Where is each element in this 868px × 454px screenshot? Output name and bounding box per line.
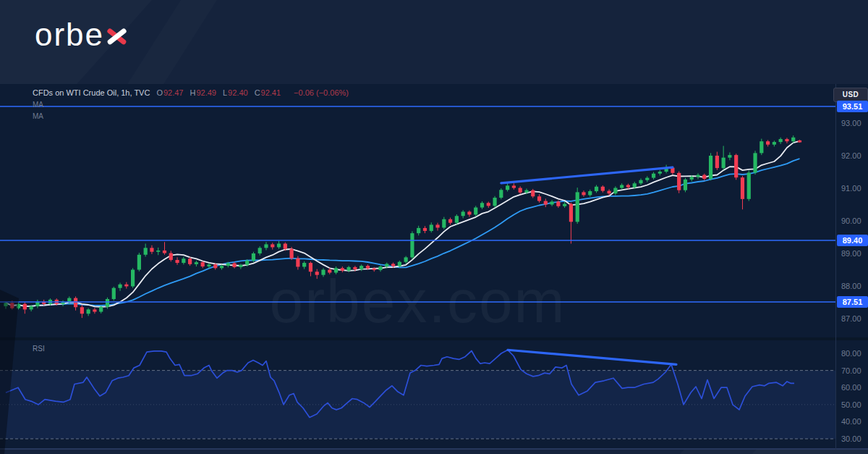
- candle-body: [556, 201, 560, 206]
- candle-body: [760, 141, 763, 153]
- candle-body: [480, 203, 484, 207]
- candle-body: [207, 264, 210, 266]
- candle-body: [271, 244, 274, 247]
- ohlc-letter: C: [255, 88, 260, 98]
- candle-body: [658, 172, 662, 174]
- currency-button[interactable]: USD: [833, 88, 868, 102]
- candle-body: [690, 177, 694, 180]
- candle-body: [773, 142, 776, 145]
- candle-body: [715, 156, 719, 168]
- candle-body: [163, 251, 166, 253]
- candle-body: [296, 258, 299, 267]
- candle-body: [156, 251, 160, 252]
- candle-body: [195, 262, 198, 264]
- candle-body: [67, 298, 71, 302]
- candle-body: [448, 219, 452, 223]
- ohlc-number: 92.41: [261, 88, 281, 98]
- candle-body: [798, 140, 801, 143]
- price-level-chip: 93.51: [837, 101, 868, 112]
- candle-body: [524, 190, 528, 193]
- ma-indicator-label-1[interactable]: MA: [33, 101, 43, 109]
- candle-body: [341, 268, 344, 271]
- candle-body: [512, 185, 516, 188]
- candle-body: [519, 188, 522, 193]
- candle-body: [124, 285, 128, 287]
- candle-body: [766, 141, 770, 145]
- candle-body: [328, 270, 331, 273]
- candle-body: [741, 177, 744, 199]
- candle-body: [620, 185, 624, 188]
- rsi-trendline[interactable]: [508, 350, 676, 364]
- candle-body: [99, 307, 103, 312]
- candle-body: [378, 266, 382, 270]
- price-and-rsi-chart[interactable]: [0, 84, 868, 450]
- candles-layer[interactable]: [4, 135, 801, 318]
- chart-widget: orbex.com CFDs on WTI Crude Oil, 1h, TVC…: [0, 84, 868, 450]
- candle-body: [23, 304, 27, 310]
- candle-body: [588, 191, 592, 195]
- price-tick-label: 92.00: [841, 151, 861, 160]
- candle-body: [220, 266, 224, 268]
- candle-body: [290, 249, 294, 258]
- price-tick-label: 89.00: [841, 249, 861, 258]
- candle-body: [169, 253, 173, 260]
- ohlc-pair: L92.40: [223, 88, 248, 98]
- page: orbe orbex.com CFDs on WTI Crude Oil, 1h…: [0, 0, 868, 454]
- chart-legend: CFDs on WTI Crude Oil, 1h, TVC O92.47H92…: [33, 88, 349, 98]
- candle-body: [576, 192, 579, 222]
- candle-body: [201, 262, 205, 266]
- candle-body: [550, 201, 553, 204]
- candle-body: [569, 204, 573, 222]
- candle-body: [404, 257, 408, 261]
- candle-body: [30, 306, 33, 310]
- price-tick-label: 91.00: [841, 184, 861, 193]
- candle-body: [537, 196, 541, 201]
- candle-body: [391, 264, 395, 266]
- price-tick-label: 93.00: [841, 119, 861, 127]
- logo-text: orbe: [35, 16, 104, 54]
- price-level-chip: 89.40: [837, 235, 868, 246]
- candle-body: [474, 208, 477, 215]
- candle-body: [544, 201, 548, 205]
- candle-body: [359, 266, 363, 269]
- candle-body: [417, 228, 420, 233]
- rsi-indicator-label[interactable]: RSI: [33, 345, 45, 353]
- candle-body: [150, 248, 153, 251]
- ma-indicator-label-2[interactable]: MA: [33, 112, 43, 120]
- candle-body: [347, 267, 351, 271]
- candle-body: [435, 224, 439, 227]
- candle-body: [252, 253, 255, 261]
- candle-body: [747, 172, 751, 198]
- ma-line-white[interactable]: [6, 141, 800, 307]
- rsi-tick-label: 70.00: [841, 366, 861, 375]
- ohlc-pair: C92.41: [255, 88, 281, 98]
- candle-body: [353, 267, 357, 269]
- price-axis-separator: [835, 84, 836, 450]
- candle-body: [696, 175, 699, 177]
- candle-body: [791, 138, 795, 141]
- candle-body: [315, 272, 319, 275]
- candle-body: [80, 307, 84, 314]
- ohlc-letter: L: [223, 88, 227, 98]
- candle-body: [321, 270, 325, 275]
- candle-body: [601, 187, 605, 191]
- candle-body: [398, 262, 401, 266]
- candle-body: [467, 211, 471, 214]
- candle-body: [487, 203, 490, 206]
- candle-body: [709, 156, 712, 179]
- candle-body: [182, 258, 185, 263]
- symbol-title[interactable]: CFDs on WTI Crude Oil, 1h, TVC: [33, 88, 150, 98]
- candle-body: [677, 173, 681, 190]
- orbex-logo: orbe: [35, 16, 128, 54]
- candle-body: [264, 244, 268, 248]
- candle-body: [17, 304, 20, 308]
- price-level-chip: 87.51: [837, 296, 868, 308]
- candle-body: [239, 265, 242, 267]
- candle-body: [423, 228, 427, 231]
- ohlc-number: 92.40: [228, 88, 248, 98]
- candle-body: [442, 219, 446, 228]
- candle-body: [639, 180, 642, 184]
- candle-body: [430, 224, 433, 231]
- pane-divider[interactable]: [0, 337, 868, 340]
- candle-body: [652, 174, 655, 178]
